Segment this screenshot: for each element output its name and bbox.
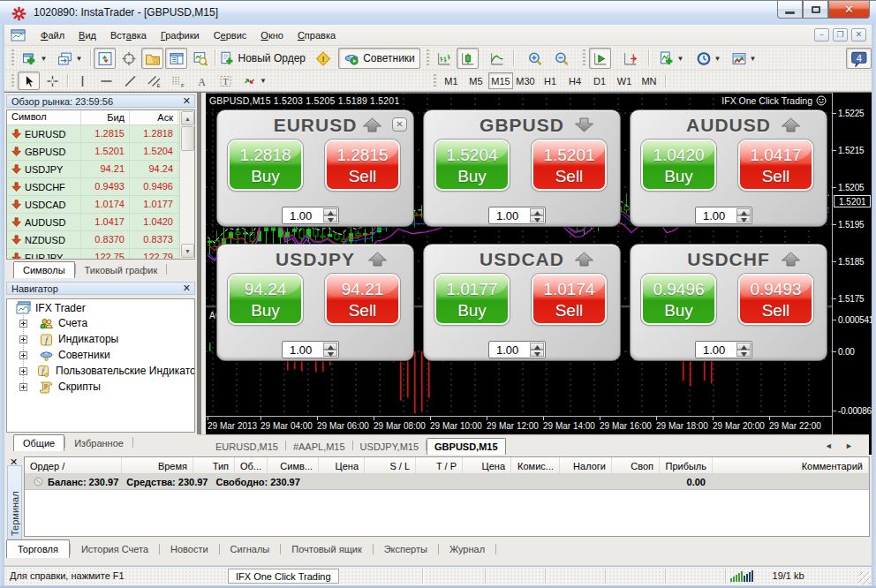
menu-item-7[interactable]: Справка bbox=[291, 26, 343, 44]
spinner-up-button[interactable] bbox=[323, 208, 337, 215]
strategy-tester-button[interactable] bbox=[189, 48, 211, 69]
terminal-column-4[interactable]: Об... bbox=[235, 457, 268, 473]
menu-item-4[interactable]: Графики bbox=[154, 26, 207, 44]
arrows-tool-button[interactable]: ▼ bbox=[238, 72, 270, 90]
terminal-tab-4[interactable]: Сигналы bbox=[220, 540, 281, 558]
terminal-tab-6[interactable]: Эксперты bbox=[374, 540, 438, 558]
buy-button[interactable]: 1.5204Buy bbox=[434, 139, 510, 191]
buy-button[interactable]: 1.2818Buy bbox=[228, 139, 303, 191]
smiley-icon[interactable] bbox=[816, 95, 827, 106]
tree-item-root[interactable]: IFX Trader bbox=[7, 299, 194, 315]
volume-spinner[interactable]: 1.00 bbox=[282, 207, 339, 224]
spinner-up-button[interactable] bbox=[736, 208, 751, 215]
mdi-restore-button[interactable]: ❐ bbox=[833, 28, 848, 41]
terminal-column-3[interactable]: Тип bbox=[193, 457, 235, 473]
chart-tab-4[interactable]: GBPUSD,M15 bbox=[427, 438, 506, 455]
spinner-up-button[interactable] bbox=[736, 343, 751, 350]
mdi-minimize-button[interactable]: – bbox=[814, 28, 829, 41]
tree-expand-icon[interactable] bbox=[19, 320, 27, 328]
menu-item-6[interactable]: Окно bbox=[253, 26, 291, 44]
tab-navigator-2[interactable]: Избранное bbox=[65, 435, 132, 451]
spinner-up-button[interactable] bbox=[530, 208, 544, 215]
terminal-tab-1[interactable]: Торговля bbox=[6, 539, 70, 558]
terminal-tab-7[interactable]: Журнал bbox=[439, 540, 495, 558]
volume-spinner[interactable]: 1.00 bbox=[695, 207, 752, 224]
tab-scroll-arrows[interactable]: ◄ ► bbox=[825, 441, 858, 450]
tree-expand-icon[interactable] bbox=[19, 335, 27, 343]
sell-button[interactable]: 1.5201Sell bbox=[532, 139, 607, 191]
periods-button[interactable]: ▼ bbox=[691, 48, 725, 69]
toolbar-grip[interactable] bbox=[427, 49, 429, 66]
tree-item-3[interactable]: Советники bbox=[7, 347, 194, 363]
alert-button[interactable]: ! bbox=[312, 48, 334, 69]
terminal-tab-5[interactable]: Почтовый ящик bbox=[281, 540, 372, 558]
spinner-up-button[interactable] bbox=[323, 343, 337, 350]
scrollbar-thumb[interactable] bbox=[181, 126, 194, 151]
maximize-button[interactable] bbox=[803, 1, 828, 19]
toolbar-grip[interactable] bbox=[11, 49, 14, 66]
buy-button[interactable]: 1.0177Buy bbox=[434, 274, 510, 325]
market-watch-row-audusd[interactable]: AUDUSD1.04171.0420 bbox=[7, 214, 194, 231]
trendline-tool-button[interactable] bbox=[119, 72, 141, 90]
indicators-button[interactable]: ▼ bbox=[654, 48, 688, 69]
toolbar-grip[interactable] bbox=[11, 74, 14, 87]
volume-spinner[interactable]: 1.00 bbox=[282, 341, 339, 358]
scroll-down-icon[interactable]: ▼ bbox=[181, 244, 194, 258]
spinner-up-button[interactable] bbox=[530, 343, 544, 350]
buy-button[interactable]: 0.9496Buy bbox=[641, 274, 716, 325]
chart-tab-1[interactable]: EURUSD,M15 bbox=[208, 439, 285, 455]
tree-item-5[interactable]: Скрипты bbox=[7, 379, 194, 395]
price-axis[interactable]: 1.52251.52151.52051.51951.51851.51751.52… bbox=[832, 93, 873, 435]
auto-scroll-button[interactable] bbox=[589, 48, 611, 69]
toolbar-grip[interactable] bbox=[434, 74, 436, 87]
terminal-column-9[interactable]: Цена bbox=[463, 457, 511, 473]
spinner-down-button[interactable] bbox=[323, 215, 337, 222]
spinner-down-button[interactable] bbox=[736, 350, 751, 357]
menu-item-5[interactable]: Сервис bbox=[207, 26, 254, 44]
crosshair-tool-button[interactable] bbox=[42, 72, 64, 90]
tree-expand-icon[interactable] bbox=[19, 383, 27, 391]
close-button[interactable]: ✕ bbox=[828, 1, 870, 19]
terminal-column-6[interactable]: Цена bbox=[319, 457, 365, 473]
tab-market-watch-1[interactable]: Символы bbox=[13, 261, 75, 278]
timeframe-m15-button[interactable]: M15 bbox=[488, 72, 513, 89]
timeframe-mn-button[interactable]: MN bbox=[637, 72, 661, 89]
tree-item-2[interactable]: fИндикаторы bbox=[7, 331, 194, 347]
new-chart-button[interactable]: ▼ bbox=[18, 48, 51, 69]
spinner-down-button[interactable] bbox=[736, 215, 751, 222]
terminal-button[interactable] bbox=[165, 48, 187, 69]
chart-tab-3[interactable]: USDJPY,M15 bbox=[353, 439, 426, 455]
terminal-column-12[interactable]: Своп bbox=[612, 457, 660, 473]
chart-tab-2[interactable]: #AAPL,M15 bbox=[286, 439, 352, 455]
tree-item-4[interactable]: fПользовательские Индикаторы bbox=[7, 363, 194, 379]
market-watch-button[interactable] bbox=[94, 48, 116, 69]
buy-button[interactable]: 94.24Buy bbox=[228, 274, 303, 325]
community-chat-button[interactable]: 4 bbox=[846, 48, 872, 69]
timeframe-h1-button[interactable]: H1 bbox=[538, 72, 563, 89]
timeframe-m1-button[interactable]: M1 bbox=[439, 72, 464, 89]
terminal-column-5[interactable]: Симв... bbox=[268, 457, 319, 473]
terminal-column-1[interactable]: Ордер / bbox=[25, 457, 122, 473]
terminal-column-10[interactable]: Комис... bbox=[511, 457, 560, 473]
sell-button[interactable]: 1.2815Sell bbox=[325, 139, 400, 191]
line-chart-button[interactable] bbox=[486, 48, 508, 69]
market-watch-row-eurjpy[interactable]: EURJPY122.75122.79 bbox=[7, 249, 194, 260]
tab-navigator-1[interactable]: Общие bbox=[13, 434, 64, 451]
terminal-column-8[interactable]: T / P bbox=[416, 457, 463, 473]
sell-button[interactable]: 0.9493Sell bbox=[738, 274, 813, 325]
volume-spinner[interactable]: 1.00 bbox=[488, 207, 546, 224]
sell-button[interactable]: 94.21Sell bbox=[325, 274, 400, 325]
label-tool-button[interactable]: T bbox=[215, 72, 237, 90]
menu-item-2[interactable]: Вид bbox=[72, 26, 103, 44]
terminal-column-2[interactable]: Время bbox=[122, 457, 193, 473]
menu-item-1[interactable]: Файл bbox=[34, 26, 72, 44]
mdi-close-button[interactable]: ✕ bbox=[851, 28, 866, 41]
candlestick-chart-button[interactable] bbox=[457, 48, 479, 69]
new-order-button[interactable]: Новый Ордер bbox=[219, 48, 306, 69]
text-tool-button[interactable]: A bbox=[191, 72, 213, 90]
bar-chart-button[interactable] bbox=[433, 48, 455, 69]
timeframe-d1-button[interactable]: D1 bbox=[587, 72, 612, 89]
column-header-symbol[interactable]: Символ bbox=[7, 110, 81, 124]
market-watch-row-usdjpy[interactable]: USDJPY94.2194.24 bbox=[7, 161, 194, 178]
zoom-in-button[interactable] bbox=[524, 48, 546, 69]
